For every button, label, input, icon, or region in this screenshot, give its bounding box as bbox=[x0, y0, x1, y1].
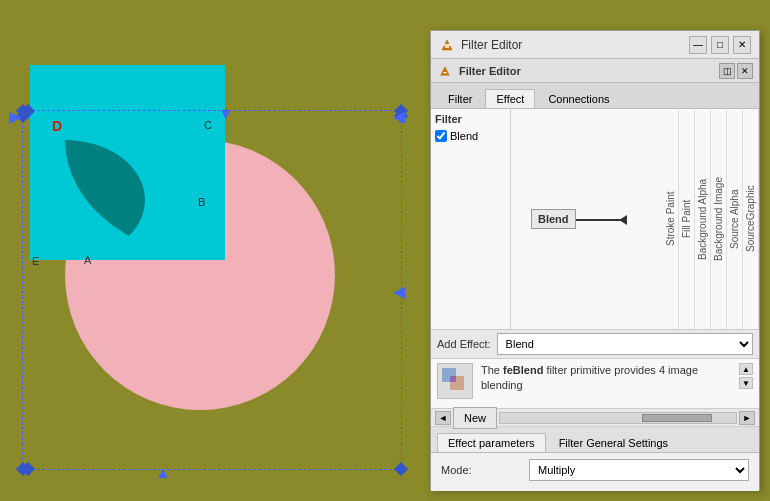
filter-editor-window: Filter Editor — □ ✕ Filter Editor ◫ ✕ Fi… bbox=[430, 30, 760, 490]
inner-titlebar: Filter Editor ◫ ✕ bbox=[431, 59, 759, 83]
effect-params-panel: Mode: Normal Multiply Screen Darken Ligh… bbox=[431, 453, 759, 491]
add-effect-row: Add Effect: Blend ColorMatrix Composite … bbox=[431, 329, 759, 359]
scroll-down-button[interactable]: ▼ bbox=[739, 377, 753, 389]
label-source-alpha: Source Alpha bbox=[727, 109, 743, 329]
label-e: E bbox=[32, 255, 39, 267]
mode-row: Mode: Normal Multiply Screen Darken Ligh… bbox=[441, 459, 749, 481]
label-c: C bbox=[204, 119, 212, 131]
close-button[interactable]: ✕ bbox=[733, 36, 751, 54]
left-scroll-button[interactable]: ◄ bbox=[435, 411, 451, 425]
arrow-left: ▶ bbox=[9, 107, 21, 126]
canvas-area: ◀ ▶ ◀ ▲ ▼ A B C E D bbox=[0, 0, 430, 501]
filter-item-label: Blend bbox=[450, 130, 478, 142]
scrollbar-thumb bbox=[642, 414, 713, 422]
right-scroll-button[interactable]: ► bbox=[739, 411, 755, 425]
filter-item-blend[interactable]: Blend bbox=[435, 129, 506, 143]
label-b: B bbox=[198, 196, 205, 208]
label-background-alpha: Background Alpha bbox=[695, 109, 711, 329]
connections-labels: Stroke Paint Fill Paint Background Alpha… bbox=[663, 109, 759, 329]
tab-filter[interactable]: Filter bbox=[437, 89, 483, 108]
label-a: A bbox=[84, 254, 91, 266]
mode-select[interactable]: Normal Multiply Screen Darken Lighten bbox=[529, 459, 749, 481]
svg-marker-3 bbox=[441, 66, 450, 75]
new-button[interactable]: New bbox=[453, 407, 497, 429]
tab-effect-parameters[interactable]: Effect parameters bbox=[437, 433, 546, 452]
connection-arrow bbox=[576, 219, 626, 221]
filter-list-header: Filter bbox=[435, 113, 506, 125]
description-area: The feBlend filter primitive provides 4 … bbox=[431, 359, 759, 409]
blend-node: Blend bbox=[531, 209, 576, 229]
window-titlebar: Filter Editor — □ ✕ bbox=[431, 31, 759, 59]
label-source-graphic: SourceGraphic bbox=[743, 109, 759, 329]
svg-rect-7 bbox=[450, 376, 456, 382]
filter-icon bbox=[439, 37, 455, 53]
arrow-right2: ◀ bbox=[393, 282, 405, 301]
description-text: The feBlend filter primitive provides 4 … bbox=[481, 363, 731, 394]
connections-panel: Blend Stroke Paint Fill Paint Background… bbox=[511, 109, 759, 329]
tab-bar: Filter Effect Connections bbox=[431, 83, 759, 109]
handle-bl[interactable] bbox=[16, 462, 30, 476]
maximize-button[interactable]: □ bbox=[711, 36, 729, 54]
tab-filter-general-settings[interactable]: Filter General Settings bbox=[548, 433, 679, 452]
mode-label: Mode: bbox=[441, 464, 521, 476]
arrow-up: ▼ bbox=[218, 105, 234, 123]
horizontal-scrollbar[interactable] bbox=[499, 412, 737, 424]
label-background-image: Background Image bbox=[711, 109, 727, 329]
desc-scroll-buttons: ▲ ▼ bbox=[739, 363, 753, 389]
label-stroke-paint: Stroke Paint bbox=[663, 109, 679, 329]
filter-checkbox-blend[interactable] bbox=[435, 130, 447, 142]
window-controls: — □ ✕ bbox=[689, 36, 751, 54]
filter-list-panel: Filter Blend bbox=[431, 109, 511, 329]
label-fill-paint: Fill Paint bbox=[679, 109, 695, 329]
window-title: Filter Editor bbox=[461, 38, 689, 52]
main-content: Filter Blend Blend Stroke Paint Fill Pai… bbox=[431, 109, 759, 329]
add-effect-label: Add Effect: bbox=[437, 338, 491, 350]
bottom-tab-bar: Effect parameters Filter General Setting… bbox=[431, 427, 759, 453]
inner-filter-icon bbox=[437, 63, 453, 79]
tab-connections[interactable]: Connections bbox=[537, 89, 620, 108]
minimize-button[interactable]: — bbox=[689, 36, 707, 54]
pin-button[interactable]: ◫ bbox=[719, 63, 735, 79]
arrow-right: ◀ bbox=[393, 107, 405, 126]
inner-controls: ◫ ✕ bbox=[719, 63, 753, 79]
blend-icon bbox=[437, 363, 473, 399]
handle-br[interactable] bbox=[394, 462, 408, 476]
add-effect-select[interactable]: Blend ColorMatrix Composite Flood bbox=[497, 333, 753, 355]
handle-bm[interactable] bbox=[21, 462, 35, 476]
label-d: D bbox=[52, 118, 62, 134]
arrow-down: ▲ bbox=[155, 464, 171, 482]
inner-close-button[interactable]: ✕ bbox=[737, 63, 753, 79]
tab-effect[interactable]: Effect bbox=[485, 89, 535, 108]
inner-title-text: Filter Editor bbox=[459, 65, 719, 77]
horiz-scroll-row: ◄ New ► bbox=[431, 409, 759, 427]
scroll-up-button[interactable]: ▲ bbox=[739, 363, 753, 375]
